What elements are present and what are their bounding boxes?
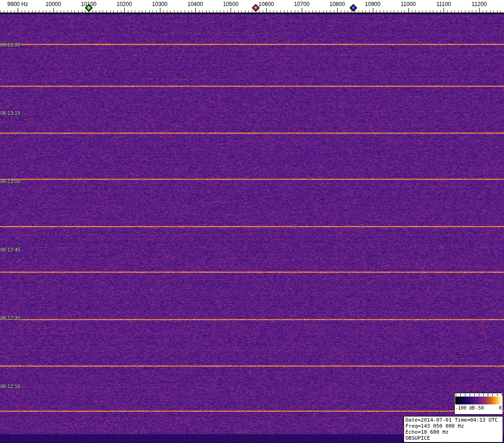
time-label: 06:12:15 [0,383,20,390]
ruler-frequency-label: 11000 [401,1,416,7]
ruler-frequency-label: 10400 [187,1,203,7]
ruler-minor-tick [369,10,370,13]
ruler-minor-tick [312,10,313,13]
ruler-frequency-label: 10900 [365,1,380,7]
ruler-minor-tick [384,10,384,13]
ruler-frequency-label: 10200 [117,1,132,7]
ruler-minor-tick [497,10,497,13]
waterfall-area: 06:13:3006:13:1506:13:0006:12:4506:12:30… [0,14,504,443]
ruler-minor-tick [447,10,448,13]
ruler-minor-tick [309,10,309,13]
ruler-minor-tick [0,10,0,13]
ruler-minor-tick [113,10,114,13]
ruler-minor-tick [50,10,50,13]
ruler-minor-tick [476,10,476,13]
ruler-minor-tick [426,10,426,13]
ruler-minor-tick [245,10,245,13]
amplitude-legend: -100 dB -50 0 [454,393,503,415]
info-frequency: Freq=143 050 000 Hz [405,423,501,429]
ruler-minor-tick [32,10,33,13]
ruler-minor-tick [493,10,494,13]
ruler-minor-tick [28,10,29,13]
ruler-minor-tick [167,10,167,13]
ruler-minor-tick [206,10,206,13]
marker-blue[interactable] [349,4,357,12]
ruler-minor-tick [461,10,462,13]
ruler-minor-tick [345,10,345,13]
ruler-minor-tick [330,10,331,13]
ruler-minor-tick [280,10,281,13]
ruler-frequency-label: 10000 [46,1,61,7]
ruler-minor-tick [430,10,430,13]
ruler-minor-tick [241,10,242,13]
ruler-minor-tick [486,10,487,13]
ruler-minor-tick [398,10,398,13]
ruler-minor-tick [358,10,359,13]
ruler-minor-tick [110,10,111,13]
ruler-minor-tick [209,10,210,13]
frequency-ruler: 9900 Hz100001010010200103001040010500106… [0,0,504,14]
ruler-major-tick [53,8,54,13]
ruler-minor-tick [117,10,118,13]
ruler-minor-tick [213,10,213,13]
ruler-minor-tick [291,10,292,13]
ruler-minor-tick [7,10,7,13]
legend-tick [474,394,475,396]
legend-tick [488,394,488,396]
ruler-minor-tick [149,10,150,13]
legend-tick-row [455,394,502,397]
ruler-minor-tick [170,10,171,13]
ruler-minor-tick [419,10,419,13]
ruler-minor-tick [252,10,252,13]
ruler-minor-tick [39,10,40,13]
ruler-minor-tick [156,10,157,13]
ruler-minor-tick [348,10,348,13]
legend-tick [479,394,479,396]
ruler-minor-tick [458,10,458,13]
ruler-major-tick [195,8,196,13]
time-label: 06:12:45 [0,247,20,253]
legend-tick [502,394,502,396]
ruler-minor-tick [78,10,79,13]
ruler-minor-tick [259,10,259,13]
ruler-minor-tick [146,10,146,13]
ruler-major-tick [231,8,231,13]
ruler-minor-tick [405,10,405,13]
ruler-major-tick [479,8,480,13]
ruler-minor-tick [153,10,153,13]
legend-tick [497,394,497,396]
ruler-minor-tick [4,10,4,13]
ruler-minor-tick [178,10,178,13]
ruler-minor-tick [422,10,423,13]
ruler-minor-tick [387,10,387,13]
ruler-minor-tick [270,10,270,13]
ruler-minor-tick [248,10,249,13]
ruler-minor-tick [323,10,324,13]
ruler-minor-tick [139,10,139,13]
ruler-minor-tick [287,10,288,13]
ruler-frequency-label: 10500 [223,1,239,7]
ruler-minor-tick [263,10,263,13]
ruler-minor-tick [440,10,441,13]
ruler-major-tick [160,8,160,13]
ruler-minor-tick [43,10,43,13]
ruler-major-tick [373,8,373,13]
ruler-minor-tick [96,10,96,13]
ruler-minor-tick [500,10,501,13]
time-label: 06:13:15 [0,110,20,116]
ruler-minor-tick [64,10,64,13]
ruler-minor-tick [295,10,295,13]
ruler-minor-tick [85,10,86,13]
ruler-minor-tick [99,10,100,13]
ruler-minor-tick [451,10,451,13]
time-label: 06:12:30 [0,315,20,321]
ruler-minor-tick [394,10,394,13]
ruler-minor-tick [121,10,121,13]
ruler-minor-tick [135,10,135,13]
ruler-frequency-label: 10700 [294,1,309,7]
ruler-major-tick [124,8,125,13]
info-echo: Echo=10 600 Hz [405,429,501,435]
ruler-minor-tick [93,10,93,13]
ruler-minor-tick [46,10,46,13]
ruler-frequency-label: 11100 [436,1,451,7]
